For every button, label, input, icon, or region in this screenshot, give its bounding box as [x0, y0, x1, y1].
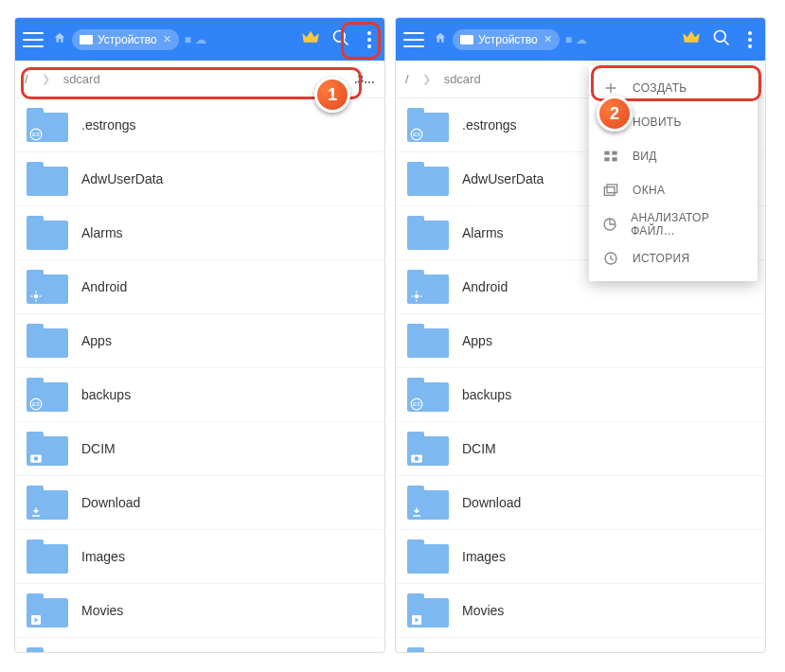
- folder-icon: [407, 486, 449, 520]
- extra-tabs: ■☁: [185, 33, 206, 46]
- folder-icon: [27, 162, 68, 196]
- list-item[interactable]: ESbackups: [396, 368, 765, 422]
- file-name: Movies: [81, 603, 123, 618]
- list-item[interactable]: Images: [396, 530, 765, 584]
- svg-text:ES: ES: [32, 401, 40, 407]
- folder-icon: [407, 647, 449, 652]
- more-button[interactable]: [742, 27, 758, 52]
- menu-item-history[interactable]: ИСТОРИЯ: [589, 241, 758, 275]
- view-icon: [602, 150, 619, 163]
- more-button[interactable]: [362, 27, 377, 52]
- menu-button[interactable]: [23, 32, 44, 47]
- folder-icon: [27, 486, 68, 520]
- tab-label: Устройство: [478, 33, 538, 46]
- location-tab[interactable]: Устройство ✕: [453, 29, 560, 50]
- svg-text:ES: ES: [413, 401, 420, 407]
- file-name: Apps: [462, 333, 492, 348]
- breadcrumb-root[interactable]: /: [405, 72, 409, 86]
- list-item[interactable]: Images: [15, 530, 384, 584]
- list-item[interactable]: Apps: [15, 314, 384, 368]
- file-list: ES.estrongsAdwUserDataAlarmsAndroidAppsE…: [15, 98, 384, 652]
- file-name: Android: [462, 279, 508, 294]
- list-item[interactable]: Download: [15, 476, 384, 530]
- folder-icon: [27, 593, 68, 628]
- close-icon[interactable]: ✕: [163, 33, 171, 45]
- file-name: DCIM: [462, 441, 496, 456]
- menu-item-windows[interactable]: ОКНА: [589, 173, 758, 207]
- windows-icon: [602, 184, 619, 197]
- breadcrumb-current[interactable]: sdcard: [63, 72, 100, 86]
- context-menu: СОЗДАТЬНОВИТЬВИДОКНААНАЛИЗАТОР ФАЙЛ…ИСТО…: [589, 65, 758, 281]
- menu-item-label: ОКНА: [633, 184, 665, 197]
- list-item[interactable]: Movies: [15, 584, 384, 638]
- folder-icon: [27, 432, 68, 466]
- screen-left: Устройство ✕ ■☁ / ❯ sdcard .3… ES.estr: [14, 17, 385, 653]
- menu-item-refresh[interactable]: НОВИТЬ: [589, 105, 758, 139]
- list-item[interactable]: DCIM: [396, 422, 765, 476]
- folder-icon: [407, 432, 449, 466]
- file-name: backups: [81, 387, 131, 402]
- file-name: Download: [462, 495, 521, 510]
- list-item[interactable]: Alarms: [15, 206, 384, 260]
- home-icon[interactable]: [434, 31, 447, 47]
- folder-icon: [27, 647, 68, 652]
- chevron-right-icon: ❯: [422, 73, 431, 85]
- list-item[interactable]: ES.estrongs: [15, 98, 384, 152]
- breadcrumb-current[interactable]: sdcard: [444, 72, 481, 86]
- folder-icon: [407, 539, 449, 574]
- folder-icon: ES: [407, 378, 449, 412]
- folder-icon: [27, 539, 68, 574]
- svg-rect-34: [612, 151, 616, 155]
- folder-icon: [407, 593, 449, 628]
- list-item[interactable]: ESbackups: [15, 368, 384, 422]
- file-name: Download: [81, 495, 140, 510]
- search-icon[interactable]: [331, 28, 350, 51]
- home-icon[interactable]: [53, 31, 66, 47]
- svg-text:ES: ES: [413, 132, 420, 137]
- location-tab[interactable]: Устройство ✕: [72, 29, 179, 50]
- breadcrumb-root[interactable]: /: [25, 72, 28, 86]
- menu-item-chart[interactable]: АНАЛИЗАТОР ФАЙЛ…: [589, 207, 758, 241]
- list-item[interactable]: Music: [15, 638, 384, 652]
- list-item[interactable]: DCIM: [15, 422, 384, 476]
- file-name: Images: [81, 549, 125, 564]
- list-item[interactable]: Android: [15, 260, 384, 314]
- file-name: Alarms: [81, 225, 123, 240]
- folder-icon: [407, 162, 449, 196]
- menu-item-label: ВИД: [633, 150, 657, 163]
- list-item[interactable]: Movies: [396, 584, 765, 638]
- history-icon: [602, 251, 619, 266]
- chart-icon: [602, 217, 617, 232]
- menu-item-plus[interactable]: СОЗДАТЬ: [589, 71, 758, 105]
- breadcrumb[interactable]: / ❯ sdcard .3…: [15, 61, 384, 98]
- svg-rect-37: [607, 185, 617, 193]
- file-name: Alarms: [462, 225, 504, 240]
- folder-icon: [407, 324, 449, 358]
- list-item[interactable]: AdwUserData: [15, 152, 384, 206]
- topbar: Устройство ✕ ■☁: [396, 18, 765, 61]
- svg-point-12: [34, 456, 39, 461]
- svg-rect-32: [604, 151, 609, 155]
- close-icon[interactable]: ✕: [544, 33, 552, 45]
- menu-item-label: ИСТОРИЯ: [633, 252, 689, 265]
- device-icon: [80, 35, 93, 44]
- premium-icon[interactable]: [682, 30, 701, 49]
- breadcrumb-extra: .3…: [354, 73, 375, 86]
- screen-right: Устройство ✕ ■☁ / ❯ sdcard ES.estrongsAd…: [395, 17, 766, 653]
- premium-icon[interactable]: [301, 30, 320, 49]
- svg-rect-36: [604, 187, 615, 196]
- folder-icon: [407, 270, 449, 304]
- svg-rect-33: [604, 157, 609, 161]
- menu-item-label: АНАЛИЗАТОР ФАЙЛ…: [631, 211, 744, 238]
- extra-tabs: ■☁: [565, 33, 587, 46]
- topbar: Устройство ✕ ■☁: [15, 18, 384, 61]
- menu-item-view[interactable]: ВИД: [589, 139, 758, 173]
- chevron-right-icon: ❯: [42, 73, 50, 85]
- list-item[interactable]: Download: [396, 476, 765, 530]
- menu-button[interactable]: [403, 32, 424, 47]
- search-icon[interactable]: [712, 28, 731, 51]
- refresh-icon: [602, 115, 619, 130]
- list-item[interactable]: Music: [396, 638, 765, 652]
- list-item[interactable]: Apps: [396, 314, 765, 368]
- svg-line-1: [344, 40, 348, 44]
